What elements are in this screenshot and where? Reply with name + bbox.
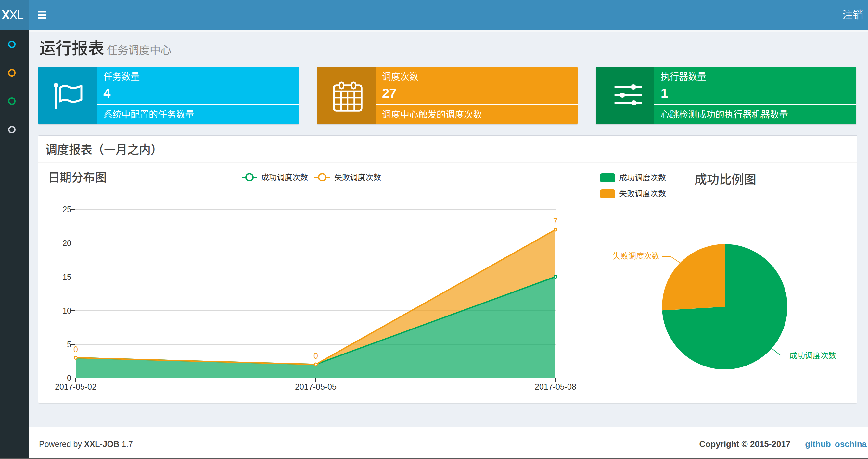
svg-text:失败调度次数: 失败调度次数 bbox=[613, 252, 659, 260]
svg-text:2017-05-05: 2017-05-05 bbox=[295, 382, 337, 391]
svg-text:0: 0 bbox=[67, 373, 71, 383]
svg-text:日期分布图: 日期分布图 bbox=[48, 171, 106, 185]
svg-text:5: 5 bbox=[67, 340, 71, 349]
svg-text:2017-05-02: 2017-05-02 bbox=[55, 382, 96, 391]
svg-text:成功调度次数: 成功调度次数 bbox=[619, 173, 666, 182]
svg-text:10: 10 bbox=[62, 306, 71, 315]
svg-text:20: 20 bbox=[62, 238, 71, 248]
svg-text:7: 7 bbox=[553, 217, 558, 226]
svg-text:25: 25 bbox=[62, 205, 71, 214]
svg-text:成功调度次数: 成功调度次数 bbox=[261, 173, 308, 182]
svg-text:0: 0 bbox=[313, 351, 318, 360]
svg-text:成功比例图: 成功比例图 bbox=[694, 173, 756, 186]
svg-text:15: 15 bbox=[62, 272, 71, 282]
svg-text:失败调度次数: 失败调度次数 bbox=[334, 173, 381, 182]
svg-text:2017-05-08: 2017-05-08 bbox=[535, 382, 576, 391]
svg-text:0: 0 bbox=[73, 345, 78, 354]
svg-text:成功调度次数: 成功调度次数 bbox=[789, 351, 836, 360]
svg-text:失败调度次数: 失败调度次数 bbox=[619, 189, 666, 198]
